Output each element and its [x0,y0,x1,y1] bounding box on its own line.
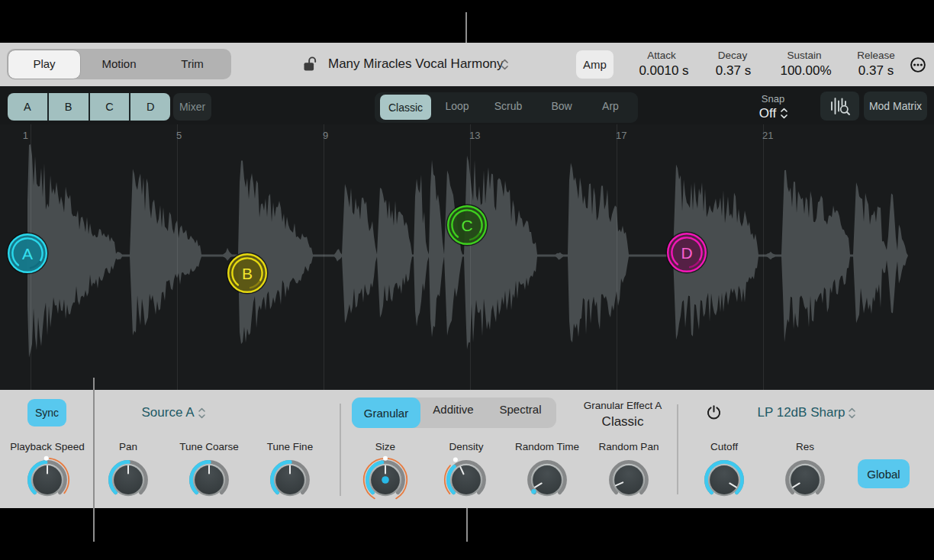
svg-text:D: D [681,244,692,262]
svg-text:C: C [461,217,472,234]
svg-text:5: 5 [176,130,182,141]
svg-text:1: 1 [23,130,28,141]
svg-text:17: 17 [616,130,626,141]
svg-text:9: 9 [323,130,328,141]
svg-text:21: 21 [762,130,773,141]
svg-text:A: A [22,245,33,262]
svg-text:13: 13 [469,130,480,141]
svg-text:B: B [242,265,253,282]
